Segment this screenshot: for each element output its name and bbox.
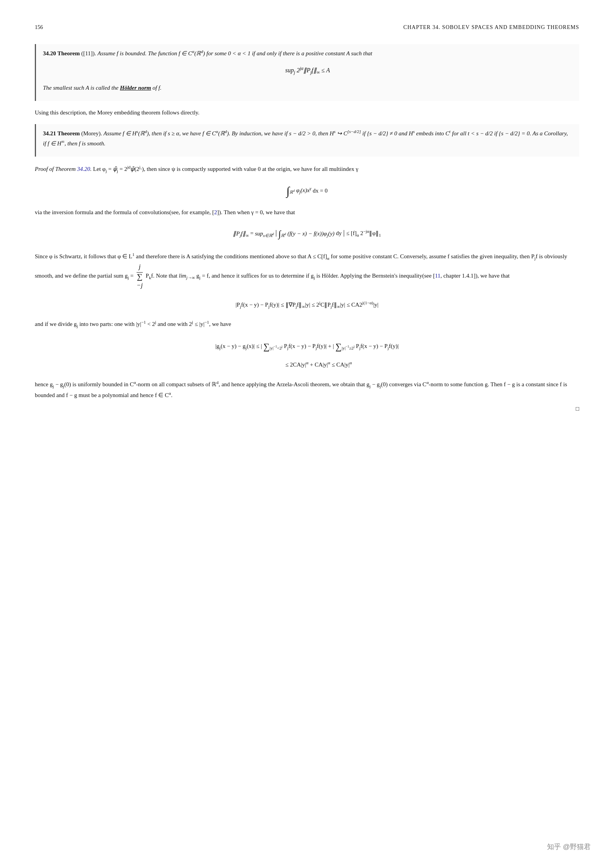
formula-split-line1: |gj(x − y) − gj(x)| ≤ | ∑|y|−1<2j Pjf(x … — [35, 337, 579, 356]
theorem-3420-holder: The smallest such A is called the Hölder… — [43, 83, 572, 92]
proof-section: Proof of Theorem 34.20. Let φj = ψ̌j = 2… — [35, 164, 579, 413]
ref-11: 11 — [435, 273, 440, 279]
proof-label: Proof of Theorem 34.20. — [35, 166, 92, 172]
page-number: 156 — [35, 23, 43, 32]
theorem-3420-statement: 34.20 Theorem ([11]). Assume f is bounde… — [43, 48, 572, 58]
proof-conclusion: hence gj − gj(0) is uniformly bounded in… — [35, 379, 579, 400]
theorem-3421-box: 34.21 Theorem (Morey). Assume f ∈ Hs(ℝd)… — [35, 124, 579, 157]
formula-norm-bound: ‖Pjf‖∞ = supx∈ℝd | ∫ℝd (f(y − x) − f(x))… — [35, 225, 579, 243]
theorem-3421-ref: (Morey). — [81, 130, 102, 136]
qed-symbol: □ — [35, 404, 579, 413]
page-header: 156 CHAPTER 34. SOBOLEV SPACES AND EMBED… — [35, 23, 579, 32]
holder-norm-label: Hölder norm — [120, 85, 151, 91]
theorem-3421-label: 34.21 Theorem — [43, 130, 80, 136]
formula-split-line2: ≤ 2CA|y|α + CA|y|α ≤ CA|y|α — [286, 358, 352, 371]
theorem-3421-content: Assume f ∈ Hs(ℝd), then if s ≥ α, we hav… — [43, 130, 568, 147]
proof-text3: Since φ is Schwartz, it follows that φ ∈… — [35, 251, 579, 290]
formula-integral-zero: ∫ℝd φj(x)xγ dx = 0 — [35, 182, 579, 200]
theorem-3420-formula: supj 2jα‖Pjf‖∞ ≤ A — [43, 65, 572, 76]
watermark: 知乎 @野猫君 — [547, 842, 591, 853]
watermark-platform: 知乎 — [547, 843, 561, 851]
theorem-3420-box: 34.20 Theorem ([11]). Assume f is bounde… — [35, 44, 579, 101]
theorem-3420-ref-link: 34.20 — [77, 166, 90, 172]
theorem-3421-statement: 34.21 Theorem (Morey). Assume f ∈ Hs(ℝd)… — [43, 128, 572, 148]
proof-text2: via the inversion formula and the formul… — [35, 208, 579, 217]
ref-2: 2 — [214, 209, 217, 215]
watermark-handle: @野猫君 — [563, 843, 591, 851]
formula-split: |gj(x − y) − gj(x)| ≤ | ∑|y|−1<2j Pjf(x … — [35, 337, 579, 371]
theorem-3420-ref: ([11]). — [81, 50, 96, 56]
formula-bernstein: |Pjf(x − y) − Pjf(y)| ≤ ‖∇Pjf‖∞|y| ≤ 2jC… — [35, 298, 579, 311]
theorem-3420-label: 34.20 Theorem ([11]). — [43, 50, 96, 56]
theorem-3420-text1: Assume f is bounded. The function f ∈ Cα… — [97, 50, 372, 56]
proof-intro: Proof of Theorem 34.20. Let φj = ψ̌j = 2… — [35, 164, 579, 174]
chapter-title: CHAPTER 34. SOBOLEV SPACES AND EMBEDDING… — [404, 23, 579, 32]
proof-text4: and if we divide gj into two parts: one … — [35, 319, 579, 329]
morey-intro: Using this description, the Morey embedd… — [35, 108, 579, 117]
